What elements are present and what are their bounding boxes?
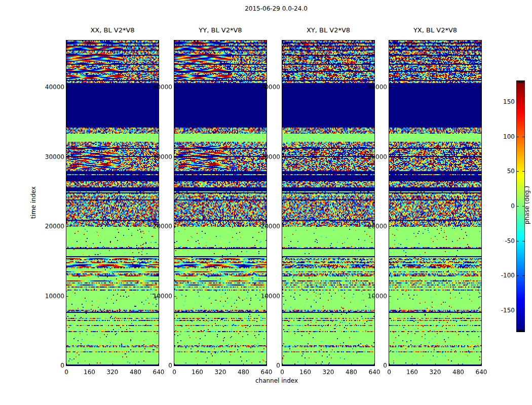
y-tick-label: 20000 (145, 222, 172, 230)
x-tick-label: 320 (100, 369, 125, 376)
figure-title: 2015-06-29 0.0-24.0 (0, 5, 532, 12)
y-axis-label: time index (30, 186, 37, 219)
x-tick-label: 160 (400, 369, 425, 376)
y-tick-label: 30000 (145, 153, 172, 161)
y-tick-label: 40000 (37, 83, 64, 91)
x-tick-label: 160 (293, 369, 318, 376)
colorbar-tick-label: 100 (489, 133, 515, 140)
panel-title-yy: YY, BL V2*V8 (174, 26, 267, 34)
x-tick-label: 0 (54, 369, 79, 376)
colorbar (516, 80, 525, 332)
y-tick-label: 30000 (253, 153, 280, 161)
y-tick-label: 40000 (145, 83, 172, 91)
panel-title-yx: YX, BL V2*V8 (389, 26, 481, 34)
colorbar-tick-label: -50 (489, 237, 515, 245)
y-tick-label: 30000 (360, 153, 387, 161)
y-tick-label: 30000 (37, 153, 64, 161)
colorbar-tick-label: 150 (489, 98, 515, 105)
x-tick-label: 320 (208, 369, 233, 376)
y-tick-label: 20000 (37, 222, 64, 230)
y-tick-label: 10000 (360, 292, 387, 300)
x-tick-label: 0 (162, 369, 186, 376)
colorbar-tick-label: -100 (489, 272, 515, 279)
y-tick-label: 10000 (145, 292, 172, 300)
x-tick-label: 0 (270, 369, 294, 376)
y-tick-label: 20000 (253, 222, 280, 230)
y-tick-label: 20000 (360, 222, 387, 230)
x-tick-label: 160 (78, 369, 102, 376)
heatmap-yx (389, 40, 482, 366)
x-tick-label: 0 (377, 369, 401, 376)
x-axis-label: channel index (255, 377, 298, 384)
y-tick-label: 40000 (253, 83, 280, 91)
panel-title-xy: XY, BL V2*V8 (282, 26, 374, 34)
x-tick-label: 320 (316, 369, 340, 376)
y-tick-label: 10000 (253, 292, 280, 300)
y-tick-label: 10000 (37, 292, 64, 300)
x-tick-label: 480 (124, 369, 148, 376)
x-tick-label: 480 (339, 369, 364, 376)
panel-title-xx: XX, BL V2*V8 (66, 26, 159, 34)
figure: 2015-06-29 0.0-24.0 XX, BL V2*V801000020… (0, 0, 532, 405)
x-tick-label: 320 (423, 369, 447, 376)
x-tick-label: 640 (469, 369, 493, 376)
colorbar-tick-label: 0 (489, 202, 515, 210)
colorbar-tick-label: 50 (489, 168, 515, 175)
x-tick-label: 160 (185, 369, 210, 376)
x-tick-label: 480 (232, 369, 256, 376)
y-tick-label: 40000 (360, 83, 387, 91)
colorbar-tick-label: -150 (489, 307, 515, 314)
x-tick-label: 480 (446, 369, 471, 376)
